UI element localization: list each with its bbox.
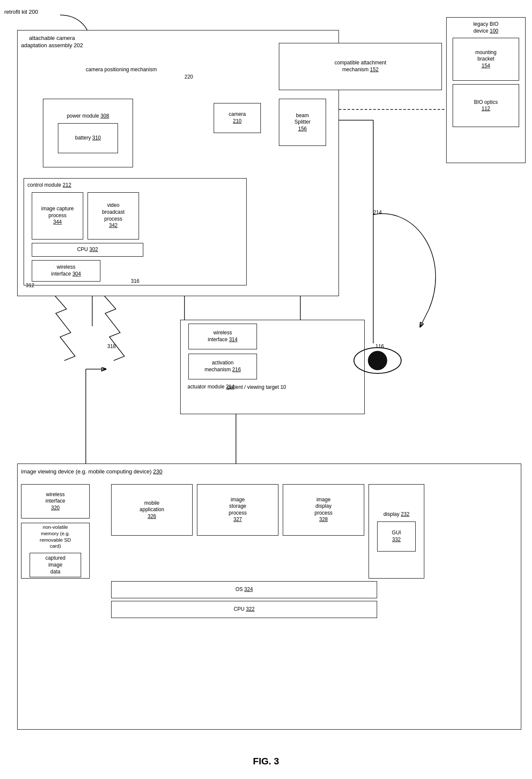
wireless-320-label: wirelessinterface320 <box>45 491 65 512</box>
non-volatile-box: non-volatilememory (e.g.removable SDcard… <box>21 523 90 579</box>
display-232-label: display 232 <box>384 511 410 518</box>
image-storage-label: imagestorageprocess327 <box>229 497 247 523</box>
video-broadcast-label: videobroadcastprocess342 <box>102 202 125 229</box>
captured-image-box: capturedimagedata <box>30 553 81 577</box>
camera-box: camera210 <box>214 103 261 133</box>
gui-box: GUI332 <box>377 521 416 552</box>
os-label: OS 324 <box>236 586 253 593</box>
compatible-attachment-box: compatible attachmentmechanism 152 <box>279 43 442 90</box>
patient-label: patient / viewing target 10 <box>227 384 286 391</box>
camera-positioning-label: camera positioning mechanism <box>86 67 157 73</box>
attachable-camera-label: attachable camera adaptation assembly 20… <box>21 35 83 49</box>
wireless-304-label: wirelessinterface 304 <box>51 264 81 277</box>
activation-box: activationmechanism 216 <box>188 354 257 379</box>
control-module-box: control module 212 image captureprocess3… <box>24 178 247 285</box>
cpu-322-label: CPU 322 <box>234 606 255 613</box>
mobile-app-box: mobileapplication326 <box>111 484 193 536</box>
image-capture-box: image captureprocess344 <box>32 192 83 239</box>
image-viewing-device-label: image viewing device (e.g. mobile comput… <box>21 468 163 476</box>
image-display-box: imagedisplayprocess328 <box>283 484 364 536</box>
wireless-314-box: wirelessinterface 314 <box>188 324 257 349</box>
eye-container <box>352 343 403 379</box>
beam-splitter-label: beamSplitter156 <box>294 112 310 133</box>
svg-point-22 <box>368 351 387 370</box>
camera-label: camera210 <box>229 111 246 124</box>
cpu-322-box: CPU 322 <box>111 601 377 618</box>
os-box: OS 324 <box>111 581 377 598</box>
mounting-bracket-box: mountingbracket154 <box>453 38 519 81</box>
retrofit-kit-label: retrofit kit 200 <box>4 9 38 16</box>
label-318: 318 <box>107 343 116 350</box>
camera-positioning-num: 220 <box>184 74 193 81</box>
power-module-label: power module 308 <box>67 113 109 120</box>
legacy-bio-box: legacy BIOdevice 100 mountingbracket154 … <box>446 17 526 163</box>
control-module-label: control module 212 <box>27 182 71 189</box>
mobile-app-label: mobileapplication326 <box>139 500 164 520</box>
compatible-attachment-label: compatible attachmentmechanism 152 <box>335 60 387 73</box>
label-214: 214 <box>373 209 382 216</box>
image-display-label: imagedisplayprocess328 <box>314 497 332 523</box>
display-232-box: display 232 GUI332 <box>369 484 424 579</box>
beam-splitter-box: beamSplitter156 <box>279 99 326 146</box>
video-broadcast-box: videobroadcastprocess342 <box>88 192 139 239</box>
label-316: 316 <box>131 278 139 285</box>
svg-line-13 <box>420 309 429 326</box>
image-viewing-device-box: image viewing device (e.g. mobile comput… <box>17 464 521 730</box>
mounting-bracket-label: mountingbracket154 <box>475 49 496 70</box>
wireless-314-label: wirelessinterface 314 <box>208 330 237 343</box>
wireless-304-box: wirelessinterface 304 <box>32 260 100 282</box>
image-storage-box: imagestorageprocess327 <box>197 484 278 536</box>
wireless-320-box: wirelessinterface320 <box>21 484 90 518</box>
power-module-box: power module 308 battery 310 <box>43 99 133 167</box>
cpu-302-label: CPU 302 <box>77 246 98 253</box>
battery-label: battery 310 <box>75 135 101 142</box>
battery-box: battery 310 <box>58 123 118 153</box>
label-312: 312 <box>26 282 34 289</box>
bio-optics-label: BIO optics112 <box>474 99 498 112</box>
legacy-bio-label: legacy BIOdevice 100 <box>473 21 499 34</box>
cpu-302-box: CPU 302 <box>32 243 143 257</box>
gui-label: GUI332 <box>392 530 401 543</box>
captured-image-label: capturedimagedata <box>45 555 66 575</box>
actuator-module-box: wirelessinterface 314 activationmechanis… <box>180 320 365 414</box>
image-capture-label: image captureprocess344 <box>41 206 74 226</box>
bio-optics-box: BIO optics112 <box>453 84 519 127</box>
activation-label: activationmechanism 216 <box>205 360 241 373</box>
non-volatile-label: non-volatilememory (e.g.removable SDcard… <box>40 524 71 550</box>
